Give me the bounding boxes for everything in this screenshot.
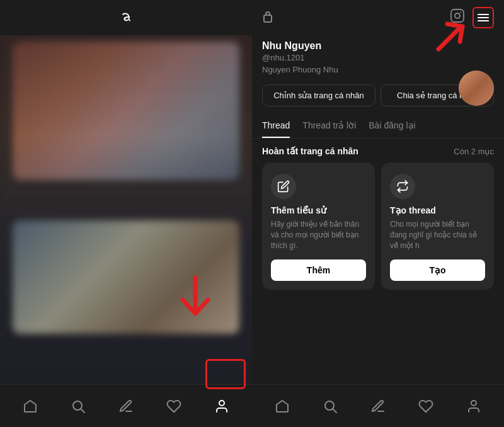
menu-button[interactable] [472,7,494,28]
right-nav-search[interactable] [315,391,345,421]
card-thread: Tạo thread Cho mọi người biết bạn đang n… [381,162,494,290]
complete-banner-title: Hoàn tất trang cá nhân [262,146,358,156]
tab-thread[interactable]: Thread [262,114,290,138]
left-nav-compose[interactable] [111,391,141,421]
right-panel: Nhu Nguyen @nhu.1201 Nguyen Phuong Nhu C… [252,0,504,427]
card-bio-icon [271,174,296,199]
card-thread-action-button[interactable]: Tạo [390,259,485,281]
left-nav-home[interactable] [15,391,45,421]
svg-line-1 [81,409,85,413]
svg-rect-3 [264,15,272,22]
complete-banner-count: Còn 2 mục [454,147,494,156]
left-nav-search[interactable] [63,391,93,421]
right-nav-compose[interactable] [363,391,393,421]
tab-thread-replies[interactable]: Thread trả lời [302,114,356,138]
card-thread-desc: Cho mọi người biết bạn đang nghĩ gì hoặc… [390,219,485,251]
left-panel [0,0,252,427]
right-bottom-nav [252,384,504,427]
avatar-image [459,71,494,106]
avatar [459,71,494,106]
threads-logo-icon [116,8,136,28]
card-bio-desc: Hãy giới thiệu về bản thân và cho mọi ng… [271,219,366,251]
lock-icon [262,10,273,26]
profile-bio: Nguyen Phuong Nhu [262,65,494,74]
card-thread-title: Tạo thread [390,205,436,215]
tab-reposts[interactable]: Bài đăng lại [369,114,415,138]
left-nav-profile[interactable] [207,391,237,421]
arrow-down-annotation [176,275,214,321]
arrow-to-menu-annotation [430,18,470,60]
card-thread-icon [390,174,415,199]
left-header [0,0,252,35]
cards-row: Thêm tiểu sử Hãy giới thiệu về bản thân … [252,162,504,290]
svg-point-2 [219,401,224,406]
profile-nav-highlight-box [205,359,246,389]
svg-line-11 [333,409,337,413]
left-bottom-nav [0,384,252,427]
svg-point-12 [471,401,476,406]
left-content [0,35,252,384]
tabs-row: Thread Thread trả lời Bài đăng lại [252,114,504,139]
card-bio: Thêm tiểu sử Hãy giới thiệu về bản thân … [262,162,375,290]
card-bio-action-button[interactable]: Thêm [271,259,366,281]
left-nav-activity[interactable] [159,391,189,421]
complete-banner: Hoàn tất trang cá nhân Còn 2 mục [252,139,504,162]
svg-point-6 [461,12,462,13]
right-nav-home[interactable] [267,391,297,421]
right-nav-activity[interactable] [411,391,441,421]
edit-profile-button[interactable]: Chỉnh sửa trang cá nhân [262,84,375,106]
right-nav-profile[interactable] [459,391,489,421]
card-bio-title: Thêm tiểu sử [271,205,326,215]
